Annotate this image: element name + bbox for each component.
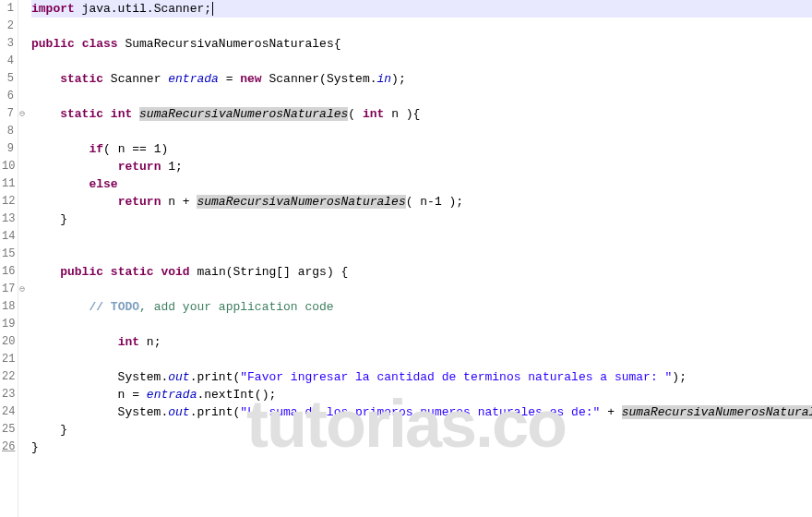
code-line[interactable]: n = entrada.nextInt(); <box>31 386 812 403</box>
code-line[interactable]: System.out.print("Favor ingresar la cant… <box>31 368 812 386</box>
line-number: 18 <box>2 298 14 316</box>
code-editor[interactable]: 1 2 3 4 5 6 7 8 9 10 11 12 13 14 15 16 1… <box>0 0 812 517</box>
code-line[interactable]: return n + sumaRecursivaNumerosNaturales… <box>31 193 812 210</box>
line-number: 7 <box>2 105 14 123</box>
code-line[interactable] <box>31 316 812 333</box>
line-number: 22 <box>2 368 14 386</box>
code-line[interactable]: return 1; <box>31 158 812 175</box>
code-line[interactable] <box>31 228 812 246</box>
line-number: 6 <box>2 88 14 105</box>
line-number: 25 <box>2 421 14 439</box>
line-number: 5 <box>2 70 14 88</box>
line-number: 16 <box>2 263 14 281</box>
line-number: 4 <box>2 53 14 70</box>
code-line[interactable]: System.out.print("La suma de los primero… <box>31 403 812 421</box>
code-line[interactable]: else <box>31 175 812 193</box>
line-number: 21 <box>2 351 14 368</box>
line-number: 14 <box>2 228 14 246</box>
line-number: 17 <box>2 281 14 298</box>
line-number: 13 <box>2 210 14 228</box>
code-line[interactable]: static Scanner entrada = new Scanner(Sys… <box>31 70 812 88</box>
code-line[interactable]: } <box>31 210 812 228</box>
code-line[interactable]: } <box>31 421 812 439</box>
code-line[interactable]: if( n == 1) <box>31 140 812 158</box>
line-number: 3 <box>2 35 14 53</box>
code-line[interactable] <box>31 53 812 70</box>
code-line[interactable] <box>31 18 812 35</box>
code-line[interactable]: // TODO, add your application code <box>31 298 812 316</box>
line-number: 19 <box>2 316 14 333</box>
line-number: 9 <box>2 140 14 158</box>
code-line[interactable]: public static void main(String[] args) { <box>31 263 812 281</box>
code-line[interactable]: int n; <box>31 333 812 351</box>
line-number: 20 <box>2 333 14 351</box>
code-line[interactable] <box>31 351 812 368</box>
code-line[interactable] <box>31 123 812 140</box>
text-cursor <box>212 2 213 16</box>
line-number: 8 <box>2 123 14 140</box>
line-number: 12 <box>2 193 14 210</box>
line-gutter: 1 2 3 4 5 6 7 8 9 10 11 12 13 14 15 16 1… <box>0 0 18 517</box>
line-number: 15 <box>2 246 14 263</box>
code-line[interactable]: } <box>31 439 812 456</box>
line-number: 26 <box>2 439 14 456</box>
code-line[interactable]: import java.util.Scanner; <box>31 0 812 18</box>
code-line[interactable]: static int sumaRecursivaNumerosNaturales… <box>31 105 812 123</box>
line-number: 24 <box>2 403 14 421</box>
code-line[interactable] <box>31 88 812 105</box>
line-number: 2 <box>2 18 14 35</box>
code-line[interactable]: public class SumaRecursivaNumerosNatural… <box>31 35 812 53</box>
line-number: 1 <box>2 0 14 18</box>
code-line[interactable] <box>31 281 812 298</box>
line-number: 11 <box>2 175 14 193</box>
line-number: 23 <box>2 386 14 403</box>
line-number: 10 <box>2 158 14 175</box>
code-content[interactable]: import java.util.Scanner; public class S… <box>18 0 812 517</box>
code-line[interactable] <box>31 246 812 263</box>
